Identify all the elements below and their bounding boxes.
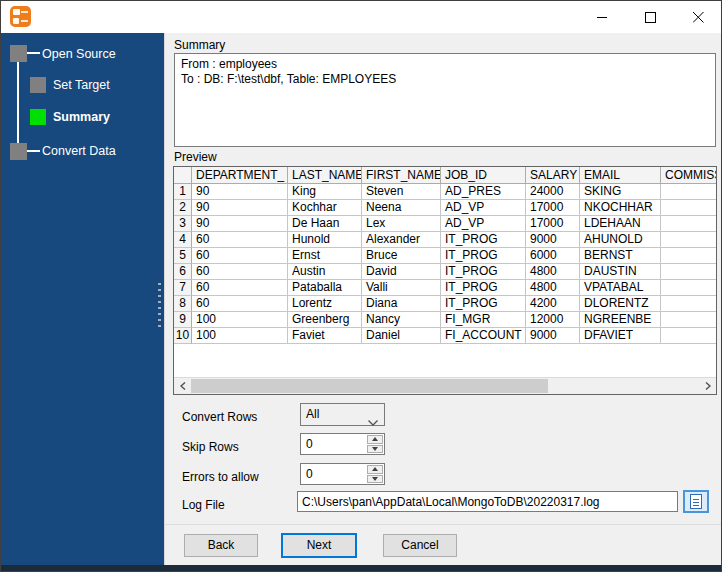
table-cell: IT_PROG [441, 296, 526, 312]
table-cell: 17000 [526, 200, 580, 216]
table-row[interactable]: 660AustinDavidIT_PROG4800DAUSTIN [174, 264, 716, 280]
table-cell: King [288, 184, 362, 200]
table-cell: Daniel [362, 328, 441, 344]
table-cell [661, 312, 716, 328]
table-cell: FI_ACCOUNT [441, 328, 526, 344]
table-cell: BERNST [580, 248, 661, 264]
skip-rows-stepper[interactable]: 0 [300, 433, 385, 455]
table-cell: VPATABAL [580, 280, 661, 296]
button-bar-divider [165, 524, 722, 525]
table-cell: IT_PROG [441, 248, 526, 264]
scrollbar-thumb[interactable] [191, 379, 548, 393]
errors-to-allow-label: Errors to allow [182, 470, 259, 484]
table-cell [661, 232, 716, 248]
sidebar-splitter-handle[interactable] [158, 283, 161, 327]
table-cell: AD_PRES [441, 184, 526, 200]
table-cell: Nancy [362, 312, 441, 328]
table-row[interactable]: 760PataballaValliIT_PROG4800VPATABAL [174, 280, 716, 296]
step-indicator-convert-data [10, 143, 27, 160]
table-cell: Alexander [362, 232, 441, 248]
table-row[interactable]: 9100GreenbergNancyFI_MGR12000NGREENBE [174, 312, 716, 328]
table-cell: 12000 [526, 312, 580, 328]
errors-to-allow-stepper[interactable]: 0 [300, 463, 385, 485]
app-window: Open Source Set Target Summary Convert D… [0, 0, 722, 572]
table-cell: 4800 [526, 280, 580, 296]
scroll-left-icon[interactable] [174, 378, 191, 394]
window-bottom-edge [1, 565, 722, 572]
scroll-right-icon[interactable] [699, 378, 716, 394]
minimize-icon[interactable] [585, 4, 619, 30]
column-header: DEPARTMENT_ [192, 167, 288, 184]
step-label-summary: Summary [53, 110, 110, 124]
table-cell: David [362, 264, 441, 280]
back-button[interactable]: Back [184, 534, 258, 557]
table-cell: DFAVIET [580, 328, 661, 344]
step-label-set-target: Set Target [53, 78, 110, 92]
row-number: 8 [174, 296, 192, 312]
table-cell: IT_PROG [441, 232, 526, 248]
main-panel: Summary From : employees To : DB: F:\tes… [164, 33, 722, 565]
table-cell: NGREENBE [580, 312, 661, 328]
step-label-open-source: Open Source [42, 47, 116, 61]
convert-rows-value: All [306, 407, 319, 421]
table-cell [661, 248, 716, 264]
wizard-step-sidebar: Open Source Set Target Summary Convert D… [1, 33, 164, 565]
log-file-input[interactable] [297, 491, 678, 512]
spinner-up-icon[interactable] [367, 435, 383, 444]
table-cell: 60 [192, 248, 288, 264]
row-number: 1 [174, 184, 192, 200]
chevron-down-icon [368, 412, 378, 433]
table-cell: Greenberg [288, 312, 362, 328]
preview-grid: DEPARTMENT_LAST_NAMEFIRST_NAMEJOB_IDSALA… [173, 166, 717, 395]
table-cell: Hunold [288, 232, 362, 248]
errors-to-allow-value: 0 [306, 467, 313, 481]
table-cell [661, 216, 716, 232]
document-icon [690, 494, 702, 509]
table-cell: Lex [362, 216, 441, 232]
summary-line-to: To : DB: F:\test\dbf, Table: EMPLOYEES [181, 72, 709, 87]
table-cell [661, 264, 716, 280]
table-cell: 60 [192, 232, 288, 248]
table-cell: AD_VP [441, 216, 526, 232]
convert-rows-select[interactable]: All [300, 403, 385, 426]
table-cell: IT_PROG [441, 280, 526, 296]
cancel-button[interactable]: Cancel [383, 534, 457, 557]
table-row[interactable]: 390De HaanLexAD_VP17000LDEHAAN [174, 216, 716, 232]
next-button[interactable]: Next [281, 533, 357, 558]
row-number: 4 [174, 232, 192, 248]
spinner-down-icon[interactable] [367, 475, 383, 484]
table-row[interactable]: 290KochharNeenaAD_VP17000NKOCHHAR [174, 200, 716, 216]
step-indicator-summary [30, 109, 46, 125]
skip-rows-value: 0 [306, 437, 313, 451]
table-cell: 60 [192, 264, 288, 280]
table-row[interactable]: 860LorentzDianaIT_PROG4200DLORENTZ [174, 296, 716, 312]
table-cell: AHUNOLD [580, 232, 661, 248]
table-cell [661, 296, 716, 312]
summary-text-box: From : employees To : DB: F:\test\dbf, T… [174, 53, 716, 147]
horizontal-scrollbar[interactable] [174, 377, 716, 394]
table-cell: 24000 [526, 184, 580, 200]
table-cell: 6000 [526, 248, 580, 264]
table-cell: Austin [288, 264, 362, 280]
table-row[interactable]: 460HunoldAlexanderIT_PROG9000AHUNOLD [174, 232, 716, 248]
table-cell: 17000 [526, 216, 580, 232]
column-header: SALARY [526, 167, 580, 184]
table-row[interactable]: 10100FavietDanielFI_ACCOUNT9000DFAVIET [174, 328, 716, 344]
maximize-icon[interactable] [633, 4, 667, 30]
table-row[interactable]: 560ErnstBruceIT_PROG6000BERNST [174, 248, 716, 264]
table-cell: LDEHAAN [580, 216, 661, 232]
table-cell: De Haan [288, 216, 362, 232]
table-cell: Steven [362, 184, 441, 200]
table-cell: Ernst [288, 248, 362, 264]
row-number: 2 [174, 200, 192, 216]
spinner-up-icon[interactable] [367, 465, 383, 474]
close-icon[interactable] [681, 4, 715, 30]
table-row[interactable]: 190KingStevenAD_PRES24000SKING [174, 184, 716, 200]
table-cell: FI_MGR [441, 312, 526, 328]
table-cell: 9000 [526, 232, 580, 248]
browse-log-button[interactable] [683, 490, 709, 513]
row-number: 9 [174, 312, 192, 328]
preview-group-label: Preview [174, 150, 217, 164]
column-header: LAST_NAME [288, 167, 362, 184]
spinner-down-icon[interactable] [367, 445, 383, 454]
